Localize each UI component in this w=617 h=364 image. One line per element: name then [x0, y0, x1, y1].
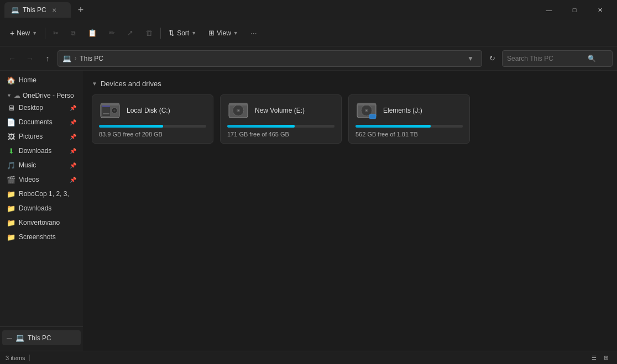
this-pc-toggle-icon: — — [7, 335, 12, 341]
drive-card-j[interactable]: Elements (J:) 562 GB free of 1.81 TB — [348, 94, 470, 144]
documents-pin-icon: 📌 — [70, 119, 76, 125]
drive-e-free: 171 GB free of 465 GB — [227, 131, 334, 138]
sidebar-item-downloads[interactable]: ⬇ Downloads 📌 — [2, 144, 81, 157]
rename-button[interactable]: ✏ — [103, 24, 121, 42]
sidebar-item-screenshots[interactable]: 📁 Screenshots — [2, 230, 81, 244]
address-dropdown-button[interactable]: ▼ — [464, 52, 477, 65]
sidebar-item-music[interactable]: 🎵 Music 📌 — [2, 159, 81, 172]
back-icon: ← — [8, 54, 16, 63]
forward-button[interactable]: → — [22, 51, 38, 66]
sidebar-item-robocop[interactable]: 📁 RoboCop 1, 2, 3, — [2, 187, 81, 201]
sidebar-item-pictures[interactable]: 🖼 Pictures 📌 — [2, 130, 81, 143]
address-chevron-icon: › — [75, 55, 76, 61]
navigation-bar: ← → ↑ 💻 › This PC ▼ ↻ 🔍 — [0, 46, 617, 71]
drive-j-info: Elements (J:) — [383, 107, 463, 114]
list-view-button[interactable]: ☰ — [588, 352, 599, 363]
sort-icon: ⇅ — [169, 29, 175, 37]
status-view-buttons: ☰ ⊞ — [588, 352, 611, 363]
delete-icon: 🗑 — [145, 29, 153, 37]
delete-button[interactable]: 🗑 — [140, 24, 158, 42]
drive-c-info: Local Disk (C:) — [127, 107, 206, 114]
status-bar: 3 items ☰ ⊞ — [0, 351, 617, 364]
sidebar-item-downloads2[interactable]: 📁 Downloads — [2, 202, 81, 215]
sidebar-documents-label: Documents — [19, 118, 66, 126]
screenshots-folder-icon: 📁 — [7, 233, 15, 241]
drive-c-progress-bar — [99, 125, 206, 128]
address-bar[interactable]: 💻 › This PC ▼ — [57, 50, 482, 67]
back-button[interactable]: ← — [4, 51, 20, 66]
sidebar-item-this-pc[interactable]: — 💻 This PC — [2, 330, 81, 345]
drive-e-icon-wrap — [227, 101, 249, 120]
sort-label: Sort — [177, 29, 189, 37]
drive-c-icon — [100, 101, 121, 120]
view-chevron-icon: ▼ — [233, 30, 238, 36]
drive-j-free: 562 GB free of 1.81 TB — [355, 131, 463, 138]
refresh-button[interactable]: ↻ — [484, 51, 500, 66]
share-button[interactable]: ↗ — [122, 24, 139, 42]
cut-icon: ✂ — [53, 29, 59, 37]
sidebar-item-documents[interactable]: 📄 Documents 📌 — [2, 115, 81, 129]
sidebar-item-konvertovano[interactable]: 📁 Konvertovano — [2, 216, 81, 229]
sidebar-item-icon: ☁ — [14, 92, 20, 99]
search-box[interactable]: 🔍 — [502, 50, 613, 67]
cut-button[interactable]: ✂ — [48, 24, 64, 42]
tab-area: 💻 This PC ✕ + — [4, 2, 536, 18]
drive-card-e[interactable]: New Volume (E:) 171 GB free of 465 GB — [220, 94, 342, 144]
grid-view-button[interactable]: ⊞ — [600, 352, 611, 363]
tab-close-button[interactable]: ✕ — [50, 6, 59, 14]
svg-rect-6 — [101, 103, 119, 105]
drive-j-name: Elements (J:) — [383, 107, 463, 114]
copy-icon: ⧉ — [71, 29, 76, 37]
maximize-button[interactable]: □ — [562, 0, 587, 20]
svg-point-15 — [366, 110, 367, 111]
close-button[interactable]: ✕ — [587, 0, 613, 20]
more-options-button[interactable]: ··· — [245, 24, 263, 42]
section-toggle-icon[interactable]: ▼ — [92, 81, 97, 87]
view-label: View — [217, 29, 231, 37]
new-tab-button[interactable]: + — [73, 2, 88, 18]
drive-c-free: 83.9 GB free of 208 GB — [99, 131, 206, 138]
this-pc-tab[interactable]: 💻 This PC ✕ — [4, 2, 71, 18]
content-area: ▼ Devices and drives — [83, 71, 617, 351]
address-pc-icon: 💻 — [62, 54, 71, 62]
pictures-icon: 🖼 — [7, 132, 15, 141]
copy-button[interactable]: ⧉ — [65, 24, 81, 42]
drive-e-progress-bar — [227, 125, 334, 128]
sidebar-item-home[interactable]: 🏠 Home — [2, 73, 81, 87]
up-button[interactable]: ↑ — [40, 51, 55, 66]
sidebar-downloads2-label: Downloads — [19, 204, 76, 212]
tab-icon: 💻 — [11, 6, 19, 14]
drive-card-j-top: Elements (J:) — [355, 101, 463, 120]
tab-label: This PC — [23, 6, 46, 14]
svg-point-10 — [238, 110, 239, 111]
home-icon: 🏠 — [7, 76, 15, 85]
drive-c-icon-wrap — [99, 101, 121, 120]
search-input[interactable] — [507, 55, 584, 62]
sidebar-desktop-label: Desktop — [19, 104, 66, 112]
sidebar: 🏠 Home ▼ ☁ OneDrive - Perso 🖥 Desktop 📌 … — [0, 71, 83, 351]
downloads-pin-icon: 📌 — [70, 148, 76, 154]
minimize-button[interactable]: — — [536, 0, 562, 20]
sort-button[interactable]: ⇅ Sort ▼ — [163, 24, 202, 42]
konvertovano-folder-icon: 📁 — [7, 218, 15, 227]
sidebar-section-onedrive[interactable]: ▼ ☁ OneDrive - Perso — [2, 88, 81, 101]
onedrive-label: OneDrive - Perso — [23, 92, 74, 99]
downloads-icon: ⬇ — [7, 146, 15, 155]
sidebar-home-label: Home — [19, 76, 76, 84]
titlebar: 💻 This PC ✕ + — □ ✕ — [0, 0, 617, 20]
sidebar-item-videos[interactable]: 🎬 Videos 📌 — [2, 173, 81, 186]
share-icon: ↗ — [127, 29, 133, 37]
sidebar-videos-label: Videos — [19, 176, 66, 183]
pictures-pin-icon: 📌 — [70, 134, 76, 140]
new-button[interactable]: + New ▼ — [4, 24, 43, 42]
sidebar-item-desktop[interactable]: 🖥 Desktop 📌 — [2, 101, 81, 114]
drive-c-progress-fill — [99, 125, 163, 128]
sidebar-konvertovano-label: Konvertovano — [19, 219, 76, 226]
paste-button[interactable]: 📋 — [82, 24, 102, 42]
drives-grid: Local Disk (C:) 83.9 GB free of 208 GB — [92, 94, 608, 144]
view-button[interactable]: ⊞ View ▼ — [203, 24, 244, 42]
list-view-icon: ☰ — [592, 355, 597, 361]
paste-icon: 📋 — [88, 29, 97, 37]
documents-icon: 📄 — [7, 118, 15, 126]
drive-card-c[interactable]: Local Disk (C:) 83.9 GB free of 208 GB — [92, 94, 213, 144]
